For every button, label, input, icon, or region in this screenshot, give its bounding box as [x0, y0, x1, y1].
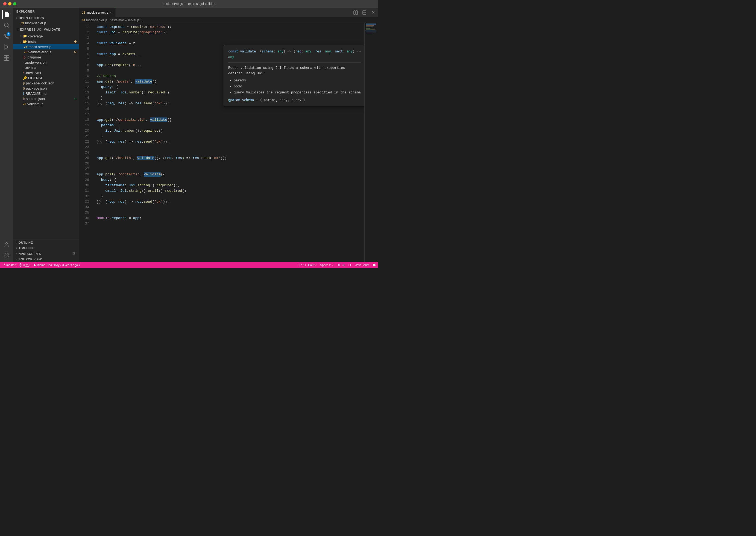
json-icon1: {} — [23, 82, 25, 85]
breadcrumb-path: tests/mock-server.js/... — [110, 18, 143, 22]
sidebar-npm-section[interactable]: › NPM Scripts ⚙ — [13, 251, 79, 256]
statusbar-errors[interactable]: 0 0 — [19, 263, 31, 267]
split-editor-button[interactable] — [352, 9, 360, 17]
extensions-activity-icon[interactable] — [2, 53, 11, 62]
hover-popup: const validate: (schema: any) => (req: a… — [223, 45, 364, 106]
svg-rect-7 — [4, 58, 6, 60]
hover-popup-description: Route validation using Joi Takes a schem… — [228, 65, 361, 103]
svg-marker-4 — [5, 45, 9, 50]
license-label: LICENSE — [28, 76, 44, 80]
statusbar-branch[interactable]: master* — [2, 263, 17, 267]
activity-bar: 2 — [0, 8, 13, 262]
timeline-arrow: › — [17, 247, 17, 250]
code-line-24 — [97, 150, 364, 155]
sidebar-item-sample[interactable]: {} sample.json U — [13, 96, 79, 101]
code-editor[interactable]: 12345 678910 1112131415 1617181920 21222… — [79, 23, 378, 262]
validate-test-label: validate-test.js — [28, 50, 51, 54]
hover-list-body: body — [234, 84, 361, 89]
sidebar-outline-section[interactable]: › Outline — [13, 240, 79, 245]
statusbar-spaces[interactable]: Spaces: 2 — [320, 263, 333, 267]
gitignore-label: .gitignore — [26, 55, 41, 59]
account-activity-icon[interactable] — [2, 240, 11, 249]
code-content[interactable]: const express = require('express'); cons… — [92, 23, 364, 262]
breadcrumb-text: mock-server.js — [86, 18, 107, 22]
svg-rect-11 — [354, 11, 355, 15]
sidebar-item-coverage[interactable]: › 📁 coverage — [13, 33, 79, 39]
sidebar-source-section[interactable]: › Source View — [13, 256, 79, 262]
sidebar-item-nvmrc[interactable]: · .nvmrc — [13, 65, 79, 70]
sidebar-item-validate[interactable]: JS validate.js — [13, 101, 79, 107]
tests-label: tests — [28, 40, 36, 44]
js-file-icon2: JS — [24, 50, 27, 53]
sidebar-item-mock-server[interactable]: JS mock-server.js — [13, 44, 79, 50]
more-actions-button[interactable] — [361, 9, 368, 17]
svg-point-9 — [6, 243, 8, 245]
svg-point-10 — [6, 255, 7, 256]
statusbar-language[interactable]: JavaScript — [355, 263, 369, 267]
window-controls[interactable] — [3, 2, 17, 6]
open-editor-mock-server[interactable]: JS mock-server.js — [13, 21, 79, 26]
tab-mock-server[interactable]: JS mock-server.js × — [79, 8, 116, 17]
open-editors-section[interactable]: › Open Editors — [13, 15, 79, 21]
search-activity-icon[interactable] — [2, 21, 11, 29]
line-col-text: Ln 11, Col 27 — [299, 263, 317, 267]
code-line-28: app.post('/contacts', validate({ — [97, 172, 364, 177]
sidebar-item-package[interactable]: {} package.json — [13, 86, 79, 91]
code-line-19: params: { — [97, 123, 364, 128]
sidebar-item-license[interactable]: 🔑 LICENSE — [13, 75, 79, 81]
folder-open-icon: 📂 — [23, 40, 27, 44]
statusbar-line-col[interactable]: Ln 11, Col 27 — [299, 263, 317, 267]
npm-arrow: › — [17, 252, 17, 255]
svg-point-3 — [4, 34, 6, 36]
code-line-18: app.get('/contacts/:id', validate({ — [97, 117, 364, 123]
project-section[interactable]: ⌄ Express-Joi-Validate — [13, 26, 79, 33]
sidebar-item-readme[interactable]: ℹ README.md — [13, 91, 79, 96]
encoding-text: UTF-8 — [337, 263, 345, 267]
blame-text: Blame Tina Holly ( 3 years ago ) — [37, 263, 80, 267]
js-file-icon: JS — [24, 45, 27, 49]
code-line-2: const Joi = require('@hapi/joi'): — [97, 30, 364, 35]
package-label: package.json — [26, 86, 47, 90]
sidebar-item-gitignore[interactable]: ◇ .gitignore — [13, 55, 79, 60]
tabs-bar: JS mock-server.js × ✕ — [79, 8, 378, 17]
git-activity-icon[interactable]: 2 — [2, 32, 11, 41]
travis-label: .travis.yml — [25, 71, 41, 75]
statusbar-encoding[interactable]: UTF-8 — [337, 263, 345, 267]
npm-label: NPM Scripts — [18, 252, 41, 255]
svg-line-1 — [8, 26, 9, 27]
editor-area: JS mock-server.js × ✕ JS mock-server.js … — [79, 8, 378, 262]
close-button[interactable] — [3, 2, 7, 6]
maximize-button[interactable] — [13, 2, 17, 6]
close-editor-button[interactable]: ✕ — [369, 9, 377, 17]
minimize-button[interactable] — [8, 2, 12, 6]
text-file-icon: · — [23, 61, 24, 64]
sidebar: Explorer › Open Editors JS mock-server.j… — [13, 8, 79, 262]
tab-close-button[interactable]: × — [110, 10, 112, 15]
code-line-30: firstName: Joi.string().required(), — [97, 183, 364, 188]
settings-activity-icon[interactable] — [2, 251, 11, 260]
sidebar-item-node-version[interactable]: · .node-version — [13, 60, 79, 65]
code-line-21: } — [97, 134, 364, 139]
open-editor-filename: mock-server.js — [25, 21, 46, 25]
nvmrc-icon: · — [23, 66, 24, 70]
breadcrumb-sep: › — [108, 18, 109, 22]
app-container: 2 Explorer › Open Editors JS mock-server… — [0, 8, 378, 262]
js-icon: JS — [21, 22, 24, 25]
sidebar-item-travis[interactable]: ! .travis.yml — [13, 70, 79, 75]
npm-gear-icon[interactable]: ⚙ — [72, 252, 76, 255]
files-activity-icon[interactable] — [2, 10, 11, 18]
statusbar-line-ending[interactable]: LF — [349, 263, 352, 267]
statusbar-blame[interactable]: Blame Tina Holly ( 3 years ago ) — [33, 263, 80, 267]
person-icon — [33, 264, 36, 266]
open-editors-label: Open Editors — [18, 17, 44, 20]
source-label: Source View — [18, 258, 42, 261]
statusbar-feedback[interactable] — [372, 263, 376, 267]
sidebar-item-validate-test[interactable]: JS validate-test.js M — [13, 50, 79, 55]
sidebar-item-package-lock[interactable]: {} package-lock.json — [13, 81, 79, 86]
language-text: JavaScript — [355, 263, 369, 267]
debug-activity-icon[interactable] — [2, 43, 11, 51]
sidebar-timeline-section[interactable]: › Timeline — [13, 245, 79, 251]
hover-popup-signature: const validate: (schema: any) => (req: a… — [228, 49, 361, 63]
sidebar-item-tests[interactable]: ⌄ 📂 tests — [13, 39, 79, 44]
package-lock-label: package-lock.json — [26, 81, 54, 85]
